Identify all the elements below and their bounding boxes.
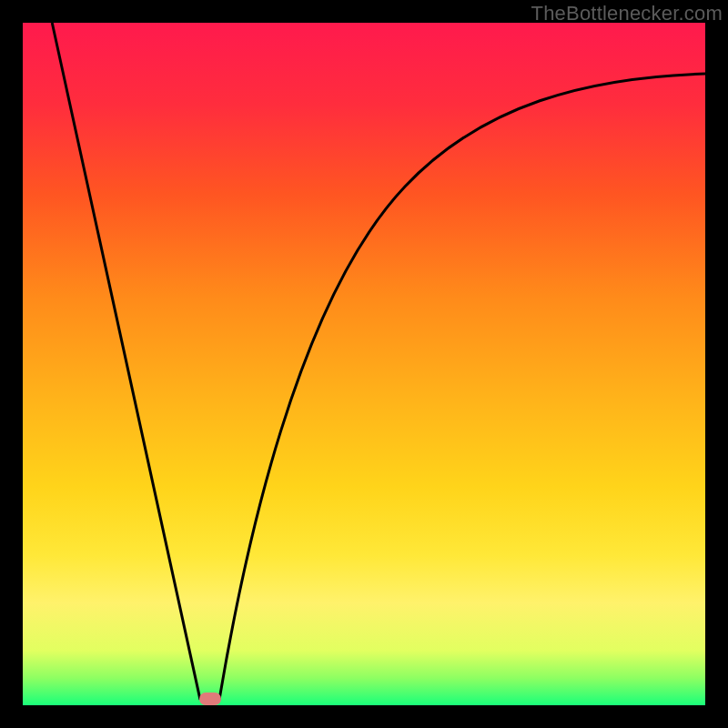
plot-area xyxy=(23,23,705,705)
watermark-text: TheBottlenecker.com xyxy=(531,2,723,25)
optimal-marker xyxy=(199,693,221,705)
chart-container: TheBottlenecker.com xyxy=(0,0,728,728)
bottleneck-curve xyxy=(23,23,705,705)
curve-right-branch xyxy=(219,74,705,700)
curve-left-branch xyxy=(52,23,200,700)
